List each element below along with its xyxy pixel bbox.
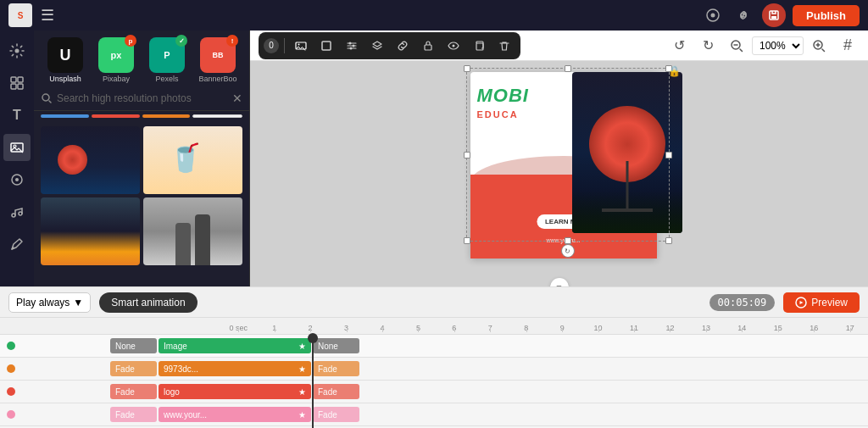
selection-counter: 0 bbox=[264, 38, 279, 53]
scroll-down-arrow[interactable]: ▼ bbox=[550, 278, 569, 286]
track-bar-none-left[interactable]: None bbox=[110, 338, 157, 353]
handle-middle-left[interactable] bbox=[464, 152, 470, 158]
play-always-dropdown[interactable]: Play always ▼ bbox=[8, 292, 91, 313]
bar-image-star: ★ bbox=[298, 342, 306, 351]
color-tab-white[interactable] bbox=[192, 114, 242, 118]
track-bar-none-right[interactable]: None bbox=[313, 338, 359, 353]
ruler-14: 14 bbox=[724, 324, 760, 332]
source-bannerboo[interactable]: BB ! BannerBoo bbox=[193, 37, 242, 83]
svg-point-10 bbox=[14, 145, 16, 147]
save-button[interactable] bbox=[762, 3, 786, 27]
smart-animation-button[interactable]: Smart animation bbox=[99, 292, 197, 313]
photo-car[interactable] bbox=[41, 197, 140, 265]
grid-toggle-btn[interactable]: # bbox=[836, 34, 860, 58]
handle-top-right[interactable] bbox=[665, 65, 672, 72]
bar-www-star: ★ bbox=[298, 410, 306, 420]
banner-subtitle: EDUCA bbox=[477, 109, 519, 120]
duplicate-tool-btn[interactable] bbox=[468, 35, 490, 57]
sidebar-circle-btn[interactable] bbox=[3, 166, 31, 193]
close-search-button[interactable]: ✕ bbox=[232, 92, 242, 105]
lock-tool-btn[interactable] bbox=[417, 35, 439, 57]
ruler-9: 9 bbox=[544, 324, 580, 332]
bar-none-left-label: None bbox=[115, 342, 136, 351]
sidebar-layout-btn[interactable] bbox=[3, 69, 31, 97]
moon-antenna bbox=[602, 208, 653, 212]
track-image: None Image ★ None bbox=[0, 335, 868, 358]
track-bar-image-main[interactable]: Image ★ bbox=[159, 338, 311, 353]
track-image-label bbox=[0, 342, 110, 350]
track-orange-fade-left[interactable]: Fade bbox=[110, 361, 157, 376]
sidebar-settings-btn[interactable] bbox=[3, 37, 31, 64]
svg-rect-18 bbox=[322, 42, 331, 50]
canvas-content: MOBI EDUCA ★ LEARN M... www.youru... bbox=[420, 64, 699, 284]
svg-rect-7 bbox=[11, 84, 16, 89]
settings-icon-btn[interactable] bbox=[701, 3, 725, 27]
track-www-fade-left[interactable]: Fade bbox=[110, 407, 157, 422]
link-icon-btn[interactable] bbox=[732, 3, 755, 27]
visibility-tool-btn[interactable] bbox=[442, 35, 465, 57]
color-tab-orange[interactable] bbox=[142, 114, 191, 118]
sidebar-photo-btn[interactable] bbox=[3, 134, 31, 161]
track-logo-fade-right[interactable]: Fade bbox=[313, 384, 359, 399]
eye-icon bbox=[448, 40, 459, 52]
save-icon bbox=[768, 9, 780, 21]
track-dot-logo bbox=[7, 387, 15, 396]
source-unsplash[interactable]: U Unsplash bbox=[41, 37, 90, 83]
link-tool-btn[interactable] bbox=[392, 35, 414, 57]
photo-people[interactable] bbox=[143, 197, 242, 265]
bar-fade-left-3: Fade bbox=[115, 410, 135, 420]
sidebar-music-btn[interactable] bbox=[3, 198, 31, 225]
lock-tool-icon bbox=[422, 40, 434, 52]
track-www: Fade www.your... ★ Fade bbox=[0, 403, 868, 426]
track-image-content: None Image ★ None bbox=[110, 335, 868, 357]
square-tool-btn[interactable] bbox=[315, 35, 337, 57]
handle-top-center[interactable] bbox=[565, 65, 571, 72]
track-logo-fade-left[interactable]: Fade bbox=[110, 384, 157, 399]
top-bar-right: Publish bbox=[701, 3, 860, 27]
adjust-tool-btn[interactable] bbox=[341, 35, 363, 57]
zoom-select[interactable]: 100% bbox=[752, 36, 804, 55]
handle-bottom-left[interactable] bbox=[464, 237, 470, 244]
svg-point-19 bbox=[349, 42, 352, 44]
zoom-in-btn[interactable] bbox=[807, 34, 831, 58]
menu-button[interactable]: ☰ bbox=[41, 6, 54, 25]
photo-moon[interactable] bbox=[41, 126, 140, 194]
left-sidebar: T bbox=[0, 31, 34, 286]
track-orange-fade-right[interactable]: Fade bbox=[313, 361, 359, 376]
image-tool-btn[interactable] bbox=[290, 35, 312, 57]
delete-tool-btn[interactable] bbox=[493, 35, 515, 57]
color-tab-red[interactable] bbox=[92, 114, 140, 118]
search-input[interactable] bbox=[57, 92, 232, 104]
photo-drink[interactable] bbox=[143, 126, 242, 194]
playhead[interactable] bbox=[312, 335, 314, 428]
undo-btn[interactable]: ↺ bbox=[667, 34, 691, 58]
layers-tool-btn[interactable] bbox=[366, 35, 388, 57]
zoom-in-icon bbox=[812, 39, 826, 53]
pexels-label: Pexels bbox=[155, 75, 178, 83]
track-logo-main[interactable]: logo ★ bbox=[159, 384, 311, 399]
ruler-0: 0 sec bbox=[220, 324, 256, 332]
redo-btn[interactable]: ↻ bbox=[696, 34, 720, 58]
link-tool-icon bbox=[397, 40, 409, 52]
hash-icon: # bbox=[843, 36, 852, 54]
preview-button[interactable]: Preview bbox=[783, 292, 860, 313]
moon-image-overlay[interactable] bbox=[572, 72, 682, 233]
track-www-fade-right[interactable]: Fade bbox=[313, 407, 359, 422]
logo: S bbox=[8, 3, 32, 27]
zoom-out-btn[interactable] bbox=[725, 34, 748, 58]
color-tab-blue[interactable] bbox=[41, 114, 89, 118]
source-pexels[interactable]: P ✓ Pexels bbox=[142, 37, 192, 83]
handle-bottom-right[interactable] bbox=[665, 237, 672, 244]
sidebar-pen-btn[interactable] bbox=[3, 231, 31, 258]
track-www-main[interactable]: www.your... ★ bbox=[159, 407, 311, 422]
photos-grid bbox=[34, 121, 249, 270]
bar-orange-star: ★ bbox=[298, 364, 306, 374]
timeline-controls: Play always ▼ Smart animation 00:05:09 P… bbox=[0, 287, 868, 318]
sidebar-text-btn[interactable]: T bbox=[3, 102, 31, 129]
square-tool-icon bbox=[320, 40, 332, 52]
track-orange-main[interactable]: 9973dc... ★ bbox=[159, 361, 311, 376]
source-pixabay[interactable]: px p Pixabay bbox=[92, 37, 141, 83]
handle-top-left[interactable] bbox=[464, 65, 470, 72]
ruler-8: 8 bbox=[509, 324, 544, 332]
publish-button[interactable]: Publish bbox=[793, 5, 860, 26]
